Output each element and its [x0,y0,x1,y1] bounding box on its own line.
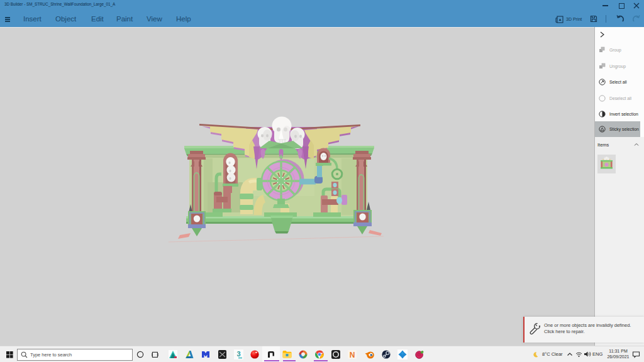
svg-text:N: N [350,351,355,359]
svg-text:3: 3 [236,350,240,358]
